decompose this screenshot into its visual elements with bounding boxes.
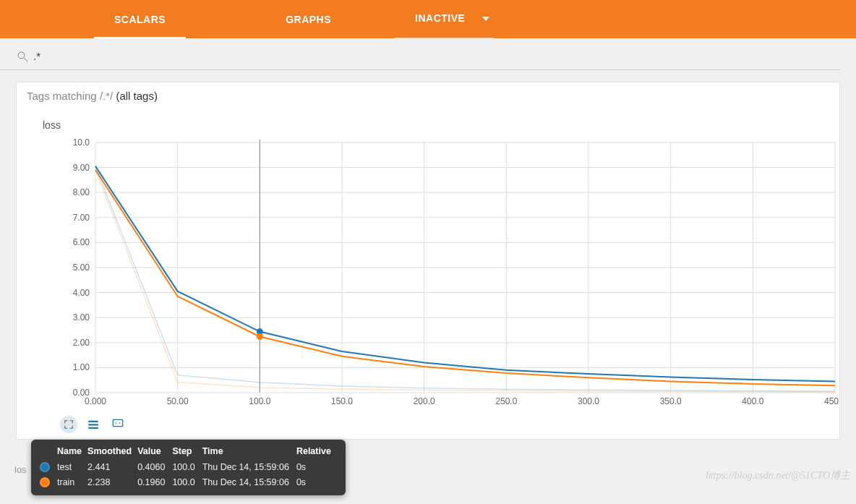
svg-rect-47 [88,421,98,422]
chart-title: loss [43,119,839,131]
tab-scalars[interactable]: SCALARS [94,0,186,38]
svg-text:200.0: 200.0 [414,396,435,406]
svg-point-46 [257,333,263,340]
tooltip-time: Thu Dec 14, 15:59:06 [202,474,296,490]
log-scale-button[interactable] [85,416,102,433]
svg-text:350.0: 350.0 [660,396,682,406]
svg-text:10.0: 10.0 [73,137,90,148]
chevron-down-icon [482,17,489,21]
tooltip-name: train [57,474,87,490]
tooltip-header: Name [57,444,87,460]
search-input[interactable] [29,46,840,69]
search-icon [16,50,29,66]
svg-text:8.00: 8.00 [73,187,90,197]
svg-point-51 [115,422,116,424]
top-nav: SCALARS GRAPHS INACTIVE [0,0,856,38]
dropdown-label: INACTIVE [415,12,465,24]
loss-chart[interactable]: 0.001.002.003.004.005.006.007.008.009.00… [34,137,839,411]
svg-text:7.00: 7.00 [73,213,90,223]
tab-label: GRAPHS [286,14,331,25]
tooltip-relative: 0s [296,460,337,475]
tab-label: SCALARS [114,14,166,25]
tooltip-header: Value [137,444,172,460]
tags-header-prefix: Tags matching /.*/ [27,90,116,102]
series-swatch [40,477,50,487]
tooltip-step: 100.0 [172,474,202,490]
svg-rect-49 [88,427,98,429]
svg-text:50.00: 50.00 [167,396,189,406]
svg-rect-50 [113,419,122,426]
svg-text:450.0: 450.0 [824,396,839,406]
tooltip-header: Step [172,444,202,460]
tooltip-header: Relative [296,444,337,460]
tags-header: Tags matching /.*/ (all tags) [17,82,839,109]
svg-text:2.00: 2.00 [73,338,90,348]
watermark-text: https://blog.csdn.net/@51CTO博主 [706,469,850,482]
svg-line-1 [24,58,27,61]
svg-text:1.00: 1.00 [73,362,90,372]
svg-text:150.0: 150.0 [331,396,353,406]
tab-graphs[interactable]: GRAPHS [265,0,351,38]
svg-text:5.00: 5.00 [73,262,90,273]
tooltip-value: 0.1960 [137,474,172,490]
tooltip-header [40,444,57,460]
tooltip-relative: 0s [296,474,337,490]
tooltip-header: Smoothed [87,444,137,460]
svg-text:300.0: 300.0 [578,396,599,406]
tags-header-suffix: (all tags) [116,90,158,102]
hover-tooltip: NameSmoothedValueStepTimeRelative test 2… [31,440,346,495]
chart-toolbar [27,411,839,439]
fit-domain-button[interactable] [109,416,127,433]
svg-text:0.000: 0.000 [85,396,106,406]
collapsed-chart-label: los [14,464,27,475]
svg-text:400.0: 400.0 [742,396,763,406]
svg-text:4.00: 4.00 [73,288,90,298]
tooltip-value: 0.4060 [137,460,172,475]
svg-point-0 [18,52,25,59]
scalar-card: Tags matching /.*/ (all tags) loss 0.001… [16,82,840,440]
svg-point-52 [119,422,121,424]
tooltip-step: 100.0 [172,460,202,475]
tooltip-time: Thu Dec 14, 15:59:06 [202,460,296,475]
inactive-dropdown[interactable]: INACTIVE [395,0,494,38]
svg-rect-48 [88,424,98,425]
svg-text:6.00: 6.00 [73,237,90,247]
tooltip-header: Time [202,444,296,460]
svg-text:9.00: 9.00 [73,163,90,173]
chart-panel: loss 0.001.002.003.004.005.006.007.008.0… [17,109,839,439]
tooltip-smoothed: 2.441 [87,460,137,475]
expand-button[interactable] [60,416,77,433]
svg-text:100.0: 100.0 [249,396,270,406]
svg-text:250.0: 250.0 [495,396,517,406]
tooltip-row: test 2.441 0.4060 100.0 Thu Dec 14, 15:5… [40,460,337,475]
search-bar [0,38,840,70]
series-swatch [40,462,50,472]
tooltip-smoothed: 2.238 [87,474,137,490]
svg-text:3.00: 3.00 [73,312,90,323]
tooltip-name: test [57,460,87,475]
tooltip-row: train 2.238 0.1960 100.0 Thu Dec 14, 15:… [40,474,337,490]
